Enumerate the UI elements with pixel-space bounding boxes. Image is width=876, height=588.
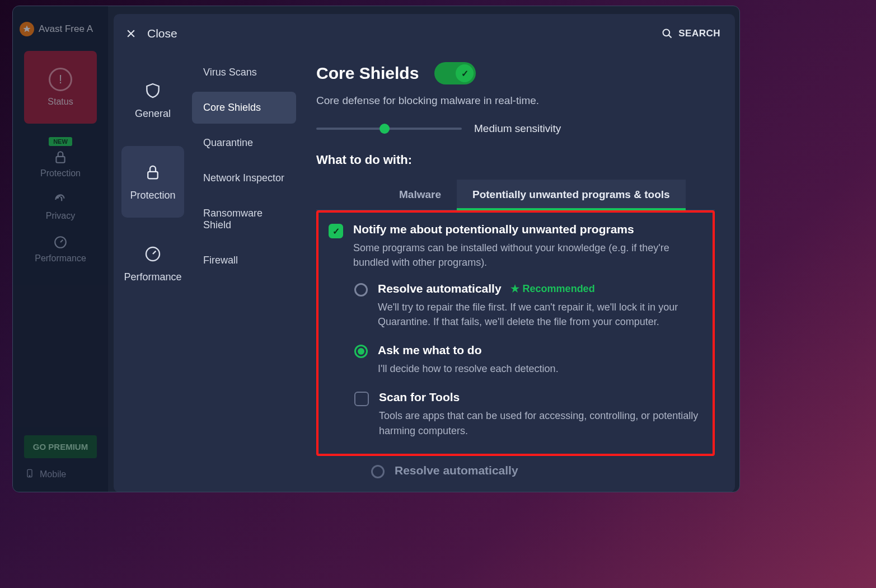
shield-icon bbox=[143, 81, 162, 100]
cat-performance[interactable]: Performance bbox=[121, 228, 184, 299]
app-name: Avast Free A bbox=[39, 23, 93, 35]
nav-protection[interactable]: NEW Protection bbox=[40, 137, 81, 178]
resolve-auto-text: Resolve automatically ★ Recommended We'l… bbox=[378, 282, 704, 329]
app-window: Avast Free A ! Status NEW Protection Pri… bbox=[12, 6, 740, 492]
ask-me-radio[interactable] bbox=[354, 345, 368, 358]
resolve-auto-desc: We'll try to repair the file first. If w… bbox=[378, 300, 704, 329]
fingerprint-icon bbox=[53, 192, 68, 208]
cat-general-label: General bbox=[135, 108, 171, 120]
subnav-column: Virus Scans Core Shields Quarantine Netw… bbox=[192, 45, 304, 492]
tab-pup[interactable]: Potentially unwanted programs & tools bbox=[457, 180, 686, 210]
page-title: Core Shields bbox=[316, 64, 419, 83]
lower-resolve-row: Resolve automatically bbox=[371, 464, 715, 478]
sensitivity-slider[interactable] bbox=[316, 128, 462, 130]
bg-logo-row: Avast Free A bbox=[13, 17, 108, 41]
core-shields-toggle[interactable]: ✓ bbox=[434, 62, 476, 84]
tabs-row: Malware Potentially unwanted programs & … bbox=[316, 180, 715, 210]
close-button[interactable]: Close bbox=[125, 27, 177, 40]
cat-performance-label: Performance bbox=[124, 271, 181, 283]
notify-desc: Some programs can be installed without y… bbox=[353, 241, 704, 270]
resolve-auto-title: Resolve automatically bbox=[378, 282, 502, 295]
svg-point-3 bbox=[29, 476, 30, 476]
ask-me-text: Ask me what to do I'll decide how to res… bbox=[378, 344, 704, 376]
nav-performance-label: Performance bbox=[35, 253, 86, 264]
scan-tools-title: Scan for Tools bbox=[379, 391, 704, 404]
scan-tools-row: Scan for Tools Tools are apps that can b… bbox=[354, 391, 704, 438]
close-icon bbox=[125, 27, 137, 40]
sensitivity-label: Medium sensitivity bbox=[474, 123, 561, 135]
scan-tools-desc: Tools are apps that can be used for acce… bbox=[379, 408, 704, 438]
sub-firewall[interactable]: Firewall bbox=[192, 244, 296, 276]
settings-overlay: Close SEARCH General bbox=[114, 14, 735, 492]
close-label: Close bbox=[147, 27, 177, 40]
mobile-link[interactable]: Mobile bbox=[25, 467, 66, 482]
resolve-auto-radio[interactable] bbox=[354, 283, 368, 297]
nav-performance[interactable]: Performance bbox=[35, 234, 86, 264]
scan-tools-radio-group: Resolve automatically Ask me what to do bbox=[371, 464, 715, 492]
go-premium-button[interactable]: GO PREMIUM bbox=[24, 435, 97, 458]
check-icon: ✓ bbox=[461, 68, 469, 79]
mobile-label: Mobile bbox=[40, 469, 66, 479]
cat-protection-label: Protection bbox=[130, 190, 175, 201]
svg-point-4 bbox=[663, 30, 670, 36]
cat-protection[interactable]: Protection bbox=[121, 146, 184, 218]
recommended-label: Recommended bbox=[523, 283, 595, 295]
resolve-auto-row: Resolve automatically ★ Recommended We'l… bbox=[354, 282, 704, 329]
sub-ransomware-shield[interactable]: Ransomware Shield bbox=[192, 197, 296, 241]
search-icon bbox=[662, 28, 673, 39]
cat-general[interactable]: General bbox=[121, 64, 184, 136]
gauge-icon bbox=[53, 234, 68, 250]
scan-tools-checkbox[interactable] bbox=[354, 392, 369, 406]
lower-resolve-radio[interactable] bbox=[371, 465, 385, 478]
warning-icon: ! bbox=[49, 68, 72, 91]
overlay-body: General Protection Performance Viru bbox=[114, 45, 735, 492]
notify-text: Notify me about potentionally unwanted p… bbox=[353, 223, 704, 270]
status-tile[interactable]: ! Status bbox=[24, 51, 97, 124]
lower-resolve-title: Resolve automatically bbox=[395, 464, 518, 477]
tabs-lead-spacer bbox=[316, 180, 383, 210]
ask-me-desc: I'll decide how to resolve each detectio… bbox=[378, 361, 704, 376]
svg-rect-0 bbox=[56, 157, 64, 163]
status-label: Status bbox=[48, 97, 73, 107]
nav-privacy-label: Privacy bbox=[46, 211, 75, 221]
avast-logo-icon bbox=[20, 22, 34, 36]
search-label: SEARCH bbox=[678, 28, 720, 39]
nav-privacy[interactable]: Privacy bbox=[46, 192, 75, 221]
what-to-do-heading: What to do with: bbox=[316, 153, 715, 167]
category-column: General Protection Performance bbox=[114, 45, 192, 492]
content-column: Core Shields ✓ Core defense for blocking… bbox=[304, 45, 735, 492]
scan-tools-text: Scan for Tools Tools are apps that can b… bbox=[379, 391, 704, 438]
lock-icon bbox=[143, 163, 162, 182]
tab-malware[interactable]: Malware bbox=[383, 180, 457, 210]
sub-quarantine[interactable]: Quarantine bbox=[192, 127, 296, 159]
recommended-badge: ★ Recommended bbox=[510, 283, 595, 295]
notify-title: Notify me about potentionally unwanted p… bbox=[353, 223, 704, 236]
page-description: Core defense for blocking malware in rea… bbox=[316, 95, 715, 107]
notify-radio-group: Resolve automatically ★ Recommended We'l… bbox=[354, 282, 704, 376]
svg-rect-5 bbox=[148, 171, 158, 178]
toggle-knob: ✓ bbox=[456, 64, 474, 82]
resolve-auto-title-row: Resolve automatically ★ Recommended bbox=[378, 282, 704, 295]
bg-sidebar: Avast Free A ! Status NEW Protection Pri… bbox=[13, 6, 108, 492]
lock-icon bbox=[53, 149, 68, 165]
ask-me-row: Ask me what to do I'll decide how to res… bbox=[354, 344, 704, 376]
sensitivity-row: Medium sensitivity bbox=[316, 123, 715, 135]
sub-virus-scans[interactable]: Virus Scans bbox=[192, 57, 296, 88]
notify-option-row: ✓ Notify me about potentionally unwanted… bbox=[329, 223, 704, 270]
title-row: Core Shields ✓ bbox=[316, 62, 715, 84]
overlay-header: Close SEARCH bbox=[114, 14, 735, 45]
slider-handle[interactable] bbox=[380, 124, 390, 134]
new-badge: NEW bbox=[49, 137, 72, 146]
nav-protection-label: Protection bbox=[40, 168, 81, 178]
search-button[interactable]: SEARCH bbox=[662, 28, 720, 39]
notify-checkbox[interactable]: ✓ bbox=[329, 224, 343, 238]
ask-me-title: Ask me what to do bbox=[378, 344, 704, 357]
star-icon: ★ bbox=[510, 283, 519, 295]
sub-core-shields[interactable]: Core Shields bbox=[192, 92, 296, 124]
phone-icon bbox=[25, 467, 34, 482]
gauge-icon bbox=[143, 244, 162, 264]
sub-network-inspector[interactable]: Network Inspector bbox=[192, 162, 296, 194]
highlight-box: ✓ Notify me about potentionally unwanted… bbox=[316, 210, 715, 456]
